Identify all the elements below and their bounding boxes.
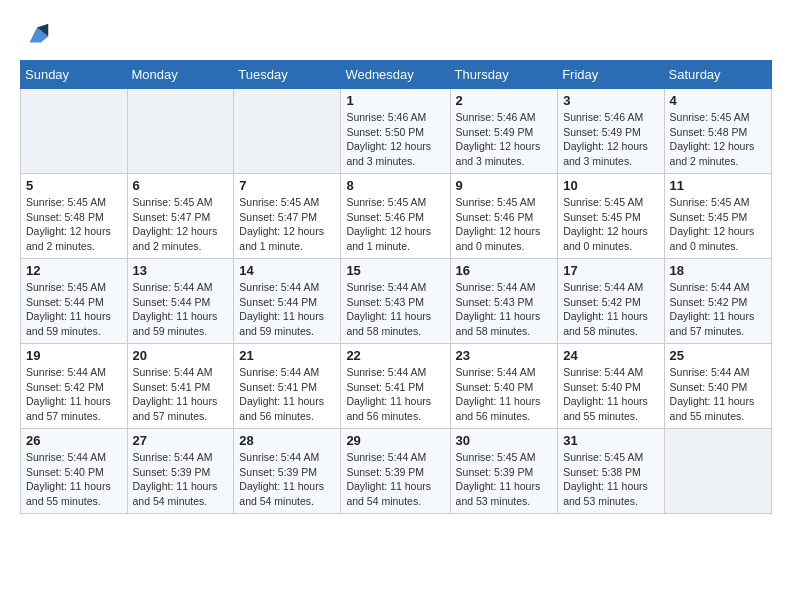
day-number: 5: [26, 178, 122, 193]
week-row: 5Sunrise: 5:45 AM Sunset: 5:48 PM Daylig…: [21, 174, 772, 259]
day-detail: Sunrise: 5:45 AM Sunset: 5:44 PM Dayligh…: [26, 280, 122, 339]
day-cell: 13Sunrise: 5:44 AM Sunset: 5:44 PM Dayli…: [127, 259, 234, 344]
day-number: 23: [456, 348, 553, 363]
day-detail: Sunrise: 5:45 AM Sunset: 5:38 PM Dayligh…: [563, 450, 658, 509]
day-cell: 11Sunrise: 5:45 AM Sunset: 5:45 PM Dayli…: [664, 174, 771, 259]
week-row: 26Sunrise: 5:44 AM Sunset: 5:40 PM Dayli…: [21, 429, 772, 514]
day-cell: 3Sunrise: 5:46 AM Sunset: 5:49 PM Daylig…: [558, 89, 664, 174]
day-detail: Sunrise: 5:46 AM Sunset: 5:50 PM Dayligh…: [346, 110, 444, 169]
day-cell: [664, 429, 771, 514]
day-cell: 31Sunrise: 5:45 AM Sunset: 5:38 PM Dayli…: [558, 429, 664, 514]
day-detail: Sunrise: 5:45 AM Sunset: 5:47 PM Dayligh…: [239, 195, 335, 254]
day-number: 14: [239, 263, 335, 278]
day-cell: 7Sunrise: 5:45 AM Sunset: 5:47 PM Daylig…: [234, 174, 341, 259]
logo-icon: [22, 20, 52, 50]
page-header: [20, 20, 772, 50]
day-number: 31: [563, 433, 658, 448]
col-header-friday: Friday: [558, 61, 664, 89]
day-detail: Sunrise: 5:44 AM Sunset: 5:42 PM Dayligh…: [670, 280, 766, 339]
col-header-thursday: Thursday: [450, 61, 558, 89]
day-cell: 18Sunrise: 5:44 AM Sunset: 5:42 PM Dayli…: [664, 259, 771, 344]
day-number: 11: [670, 178, 766, 193]
day-cell: 9Sunrise: 5:45 AM Sunset: 5:46 PM Daylig…: [450, 174, 558, 259]
day-number: 19: [26, 348, 122, 363]
day-number: 24: [563, 348, 658, 363]
day-cell: 23Sunrise: 5:44 AM Sunset: 5:40 PM Dayli…: [450, 344, 558, 429]
col-header-tuesday: Tuesday: [234, 61, 341, 89]
day-detail: Sunrise: 5:44 AM Sunset: 5:41 PM Dayligh…: [133, 365, 229, 424]
calendar-table: SundayMondayTuesdayWednesdayThursdayFrid…: [20, 60, 772, 514]
day-detail: Sunrise: 5:45 AM Sunset: 5:45 PM Dayligh…: [670, 195, 766, 254]
day-number: 18: [670, 263, 766, 278]
day-cell: [21, 89, 128, 174]
day-detail: Sunrise: 5:45 AM Sunset: 5:47 PM Dayligh…: [133, 195, 229, 254]
day-cell: 15Sunrise: 5:44 AM Sunset: 5:43 PM Dayli…: [341, 259, 450, 344]
day-cell: 2Sunrise: 5:46 AM Sunset: 5:49 PM Daylig…: [450, 89, 558, 174]
day-number: 12: [26, 263, 122, 278]
day-detail: Sunrise: 5:44 AM Sunset: 5:40 PM Dayligh…: [456, 365, 553, 424]
day-detail: Sunrise: 5:44 AM Sunset: 5:44 PM Dayligh…: [133, 280, 229, 339]
day-cell: [127, 89, 234, 174]
day-cell: 30Sunrise: 5:45 AM Sunset: 5:39 PM Dayli…: [450, 429, 558, 514]
day-cell: 12Sunrise: 5:45 AM Sunset: 5:44 PM Dayli…: [21, 259, 128, 344]
day-number: 27: [133, 433, 229, 448]
day-detail: Sunrise: 5:45 AM Sunset: 5:48 PM Dayligh…: [670, 110, 766, 169]
day-cell: 28Sunrise: 5:44 AM Sunset: 5:39 PM Dayli…: [234, 429, 341, 514]
col-header-saturday: Saturday: [664, 61, 771, 89]
day-detail: Sunrise: 5:44 AM Sunset: 5:40 PM Dayligh…: [26, 450, 122, 509]
day-number: 1: [346, 93, 444, 108]
day-number: 20: [133, 348, 229, 363]
day-number: 8: [346, 178, 444, 193]
day-cell: 16Sunrise: 5:44 AM Sunset: 5:43 PM Dayli…: [450, 259, 558, 344]
day-cell: 26Sunrise: 5:44 AM Sunset: 5:40 PM Dayli…: [21, 429, 128, 514]
logo: [20, 20, 52, 50]
day-detail: Sunrise: 5:44 AM Sunset: 5:39 PM Dayligh…: [239, 450, 335, 509]
day-number: 9: [456, 178, 553, 193]
day-detail: Sunrise: 5:45 AM Sunset: 5:45 PM Dayligh…: [563, 195, 658, 254]
day-detail: Sunrise: 5:44 AM Sunset: 5:43 PM Dayligh…: [346, 280, 444, 339]
day-cell: 21Sunrise: 5:44 AM Sunset: 5:41 PM Dayli…: [234, 344, 341, 429]
day-cell: 27Sunrise: 5:44 AM Sunset: 5:39 PM Dayli…: [127, 429, 234, 514]
day-number: 2: [456, 93, 553, 108]
day-cell: 20Sunrise: 5:44 AM Sunset: 5:41 PM Dayli…: [127, 344, 234, 429]
day-detail: Sunrise: 5:44 AM Sunset: 5:39 PM Dayligh…: [346, 450, 444, 509]
day-cell: 19Sunrise: 5:44 AM Sunset: 5:42 PM Dayli…: [21, 344, 128, 429]
col-header-monday: Monday: [127, 61, 234, 89]
day-number: 7: [239, 178, 335, 193]
day-number: 30: [456, 433, 553, 448]
col-header-sunday: Sunday: [21, 61, 128, 89]
day-number: 10: [563, 178, 658, 193]
day-number: 4: [670, 93, 766, 108]
day-cell: 5Sunrise: 5:45 AM Sunset: 5:48 PM Daylig…: [21, 174, 128, 259]
day-detail: Sunrise: 5:45 AM Sunset: 5:46 PM Dayligh…: [346, 195, 444, 254]
day-detail: Sunrise: 5:44 AM Sunset: 5:43 PM Dayligh…: [456, 280, 553, 339]
day-cell: 24Sunrise: 5:44 AM Sunset: 5:40 PM Dayli…: [558, 344, 664, 429]
day-detail: Sunrise: 5:45 AM Sunset: 5:39 PM Dayligh…: [456, 450, 553, 509]
day-cell: 8Sunrise: 5:45 AM Sunset: 5:46 PM Daylig…: [341, 174, 450, 259]
day-detail: Sunrise: 5:46 AM Sunset: 5:49 PM Dayligh…: [456, 110, 553, 169]
day-cell: 1Sunrise: 5:46 AM Sunset: 5:50 PM Daylig…: [341, 89, 450, 174]
day-cell: 6Sunrise: 5:45 AM Sunset: 5:47 PM Daylig…: [127, 174, 234, 259]
day-number: 25: [670, 348, 766, 363]
day-detail: Sunrise: 5:44 AM Sunset: 5:44 PM Dayligh…: [239, 280, 335, 339]
day-cell: 10Sunrise: 5:45 AM Sunset: 5:45 PM Dayli…: [558, 174, 664, 259]
day-cell: 22Sunrise: 5:44 AM Sunset: 5:41 PM Dayli…: [341, 344, 450, 429]
day-number: 13: [133, 263, 229, 278]
day-number: 26: [26, 433, 122, 448]
day-detail: Sunrise: 5:44 AM Sunset: 5:40 PM Dayligh…: [670, 365, 766, 424]
day-cell: 29Sunrise: 5:44 AM Sunset: 5:39 PM Dayli…: [341, 429, 450, 514]
day-number: 17: [563, 263, 658, 278]
day-number: 15: [346, 263, 444, 278]
day-number: 22: [346, 348, 444, 363]
day-cell: [234, 89, 341, 174]
day-number: 16: [456, 263, 553, 278]
day-detail: Sunrise: 5:44 AM Sunset: 5:41 PM Dayligh…: [239, 365, 335, 424]
day-detail: Sunrise: 5:45 AM Sunset: 5:46 PM Dayligh…: [456, 195, 553, 254]
day-detail: Sunrise: 5:44 AM Sunset: 5:41 PM Dayligh…: [346, 365, 444, 424]
day-detail: Sunrise: 5:46 AM Sunset: 5:49 PM Dayligh…: [563, 110, 658, 169]
day-number: 3: [563, 93, 658, 108]
day-number: 6: [133, 178, 229, 193]
day-cell: 17Sunrise: 5:44 AM Sunset: 5:42 PM Dayli…: [558, 259, 664, 344]
col-header-wednesday: Wednesday: [341, 61, 450, 89]
day-cell: 14Sunrise: 5:44 AM Sunset: 5:44 PM Dayli…: [234, 259, 341, 344]
